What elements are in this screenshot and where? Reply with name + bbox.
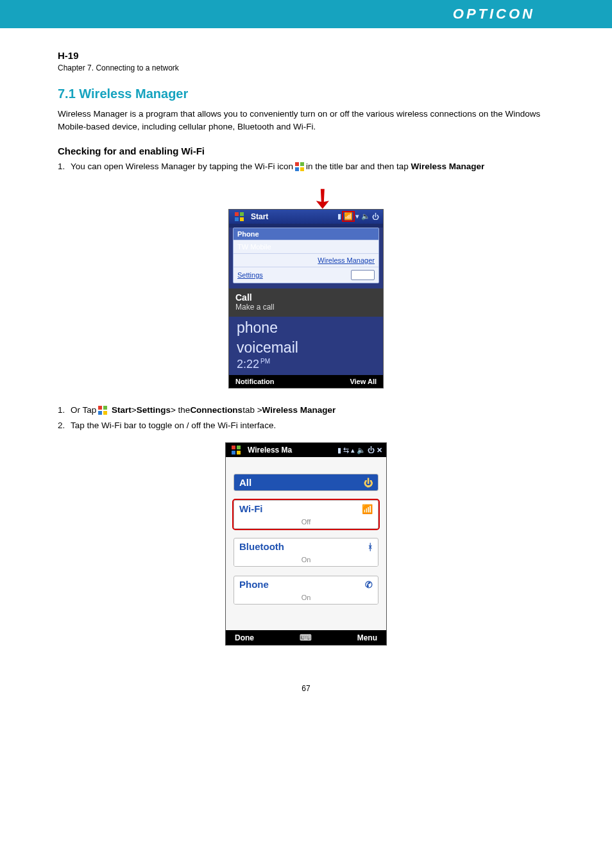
home-tile-voicemail[interactable]: voicemail [229,337,383,356]
brand-bar: OPTICON [0,0,612,28]
softkey-menu[interactable]: Menu [357,633,377,642]
softkey-bar: Done ⌨ Menu [226,630,386,645]
windows-flag-icon [98,406,107,415]
softkey-bar: Notification View All [229,375,383,388]
status-tray[interactable]: ▮ ⇆ ▴ 🔈 ⏻ ✕ [337,446,382,455]
softkey-left[interactable]: Notification [235,378,275,385]
phone-state: On [234,592,378,604]
bluetooth-icon: ᚼ [368,542,373,552]
titlebar[interactable]: Start ▮ 📶 ▾ 🔈 ⏻ [229,210,383,224]
screenshot-2-container: Wireless Ma ▮ ⇆ ▴ 🔈 ⏻ ✕ All ⏻ [58,442,554,646]
wm-row-bluetooth[interactable]: Bluetooth ᚼ On [234,538,378,567]
steps-list-2: Or Tap Start > Settings > the Connection… [58,404,554,433]
titlebar-label: Start [251,212,268,221]
device-model: H-19 [58,50,554,61]
keyboard-icon[interactable]: ⌨ [300,633,312,642]
page-number: 67 [58,684,554,693]
wm-row-all[interactable]: All ⏻ [234,474,378,491]
phone-popup: Phone TW Mobile Wireless Manager Setting… [233,228,379,283]
battery-icon: ▮ [337,212,341,221]
screenshot-1-container: ➘ Start ▮ 📶 ▾ 🔈 ⏻ [58,183,554,388]
page-content: H-19 Chapter 7. Connecting to a network … [0,28,612,731]
wifi-icon: 📶 [362,504,373,514]
status-tray[interactable]: ▮ 📶 ▾ 🔈 ⏻ [337,212,379,221]
volume-icon: 🔈 [357,446,366,455]
hide-button[interactable]: Hide [351,270,375,280]
signal-icon: ▴ [351,446,355,455]
subhead-checking: Checking for and enabling Wi-Fi [58,146,554,156]
home-tile-phone[interactable]: phone [229,317,383,337]
signal-icon: ▾ [355,212,359,221]
wifi-status-icon[interactable]: 📶 [343,212,353,221]
screenshot-wireless-manager: Wireless Ma ▮ ⇆ ▴ 🔈 ⏻ ✕ All ⏻ [225,442,387,646]
popup-header: Phone [234,228,378,240]
power-icon: ⏻ [368,446,375,454]
close-icon[interactable]: ✕ [377,446,382,455]
bluetooth-state: On [234,555,378,566]
steps-list-1: You can open Wireless Manager by tapping… [58,160,554,173]
popup-row-wm: Wireless Manager [234,253,378,267]
softkey-right[interactable]: View All [350,378,377,385]
wireless-manager-label: Wireless Manager [411,160,485,173]
titlebar-label: Wireless Ma [248,446,292,455]
call-tile[interactable]: Call Make a call [229,288,383,317]
screenshot-start-menu: Start ▮ 📶 ▾ 🔈 ⏻ Phone TW Mobile [228,209,384,388]
wm-row-wifi[interactable]: Wi-Fi 📶 Off [234,500,378,529]
windows-flag-icon [295,162,304,171]
brand-logo: OPTICON [453,6,535,22]
step-1a: You can open Wireless Manager by tapping… [58,160,554,173]
wifi-state: Off [234,517,378,528]
settings-link[interactable]: Settings [237,271,263,279]
power-icon: ⏻ [372,213,379,221]
sync-icon: ⇆ [343,446,349,455]
chapter-number: Chapter 7. [58,63,94,72]
popup-row-carrier: TW Mobile [234,240,378,253]
start-flag-icon[interactable] [235,212,244,221]
battery-icon: ▮ [337,446,341,455]
softkey-done[interactable]: Done [235,633,254,642]
phone-icon: ✆ [365,580,373,590]
power-toggle-icon: ⏻ [364,478,373,488]
step-2: Tap the Wi-Fi bar to toggle on / off the… [58,419,554,432]
titlebar[interactable]: Wireless Ma ▮ ⇆ ▴ 🔈 ⏻ ✕ [226,443,386,457]
wm-row-phone[interactable]: Phone ✆ On [234,576,378,605]
step-1b: Or Tap Start > Settings > the Connection… [58,404,554,417]
start-flag-icon[interactable] [232,446,241,455]
section-title: 7.1 Wireless Manager [58,87,554,101]
home-clock: 2:22PM [229,356,383,375]
chapter-title: Connecting to a network [96,63,178,72]
popup-row-settings: Settings Hide [234,267,378,283]
volume-icon: 🔈 [361,212,370,221]
intro-paragraph: Wireless Manager is a program that allow… [58,108,554,134]
wireless-manager-link[interactable]: Wireless Manager [318,256,375,264]
